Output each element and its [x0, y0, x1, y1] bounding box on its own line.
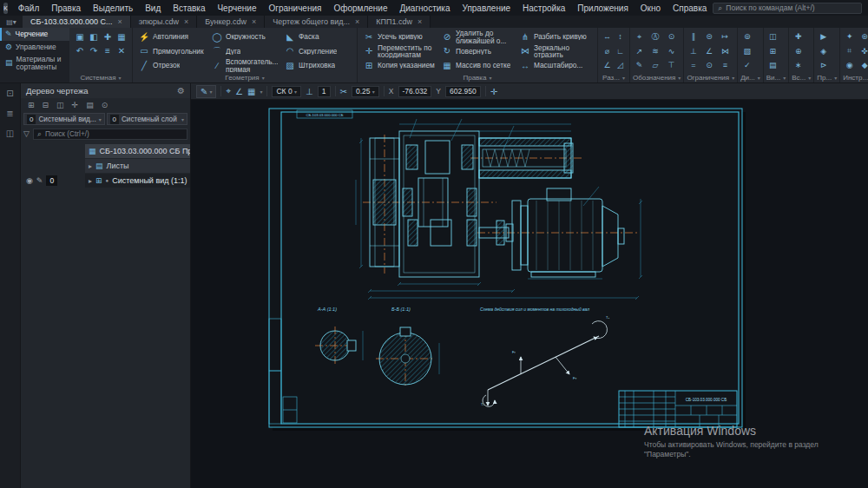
tool-icon[interactable]: ✦	[843, 30, 856, 44]
tool-icon[interactable]: ◆	[858, 58, 868, 73]
ribbon-group-label[interactable]: Ви...▾	[766, 73, 786, 83]
tab-close-icon[interactable]: ×	[184, 18, 188, 26]
menu-item[interactable]: Приложения	[571, 2, 635, 15]
panel-toggle-icon[interactable]: ⊡	[6, 89, 13, 98]
menu-item[interactable]: Управление	[456, 2, 516, 15]
tree-search-input[interactable]: ⌕ Поиск (Ctrl+/)	[33, 129, 187, 140]
tool-icon[interactable]: ✜	[858, 44, 868, 59]
ribbon-group-label[interactable]: Раз...▾	[601, 73, 627, 83]
tool-icon[interactable]: ✚	[101, 30, 115, 43]
ribbon-button[interactable]: ◠ Скругление	[282, 44, 353, 59]
ribbon-button[interactable]: ▭ Прямоугольник	[136, 44, 207, 59]
menu-item[interactable]: Справка	[667, 2, 713, 15]
tool-icon[interactable]: ▤	[766, 58, 779, 73]
rounding-dropdown[interactable]: 0.25 ▾	[352, 86, 379, 97]
ortho-icon[interactable]: ⊥	[306, 87, 313, 96]
tool-icon[interactable]: Ⓐ	[648, 30, 661, 44]
tool-icon[interactable]: ∗	[792, 58, 805, 73]
trim-icon[interactable]: ✂	[340, 87, 347, 96]
ribbon-button[interactable]: ⋔ Разбить кривую	[517, 30, 594, 44]
menu-item[interactable]: Диагностика	[394, 2, 457, 15]
ribbon-button[interactable]: ◯ Окружность	[209, 30, 280, 44]
tool-icon[interactable]: ◧	[87, 30, 101, 43]
ribbon-button[interactable]: ▨ Штриховка	[282, 58, 353, 73]
menu-item[interactable]: Вставка	[167, 2, 211, 15]
ribbon-side-tab[interactable]: ▤ Материалы и сортаменты	[0, 54, 69, 73]
ribbon-group-label[interactable]: Системная▾	[73, 72, 128, 82]
tool-icon[interactable]: ◫	[766, 30, 779, 44]
ribbon-button[interactable]: ◣ Фаска	[282, 30, 353, 44]
ribbon-group-label[interactable]: Ди...▾	[740, 73, 760, 83]
tool-icon[interactable]: ⊙	[703, 58, 716, 73]
tool-icon[interactable]: ⌖	[633, 30, 646, 44]
tree-toolbar-icon[interactable]: ▤	[86, 101, 94, 109]
ribbon-button[interactable]: ⌒ Дуга	[209, 44, 280, 59]
menu-item[interactable]: Выделить	[87, 2, 139, 15]
tree-row-sheets[interactable]: ▸ ▤ Листы	[21, 159, 190, 173]
tool-icon[interactable]: ✓	[740, 58, 753, 73]
menu-item[interactable]: Вид	[139, 2, 167, 15]
tree-row-root[interactable]: ▦ СБ-103.03.000.000 СБ При...	[21, 144, 190, 158]
tool-icon[interactable]: ⊚	[740, 30, 753, 44]
filter-icon[interactable]: ▽	[23, 129, 30, 138]
tree-row-system-view[interactable]: ◉ ✎ 0 ▸ ⊞ ● Системный вид (1:1)	[21, 174, 190, 188]
tool-icon[interactable]: ⊥	[687, 44, 700, 59]
tool-icon[interactable]: ⊜	[703, 30, 716, 44]
document-tab[interactable]: КПП1.cdw ×	[368, 16, 431, 28]
ribbon-group-label[interactable]: Обозначения▾	[633, 73, 681, 83]
tool-icon[interactable]: ◿	[614, 58, 627, 73]
tool-icon[interactable]: ↕	[614, 30, 627, 44]
ribbon-button[interactable]: ∕ Вспомогатель... прямая	[209, 58, 280, 73]
tool-icon[interactable]: ∥	[687, 30, 700, 44]
ribbon-button[interactable]: ✂ Усечь кривую	[361, 30, 437, 44]
tool-icon[interactable]: ⌗	[843, 44, 856, 59]
tool-icon[interactable]: ✕	[115, 43, 128, 57]
ribbon-group-label[interactable]: Правка▾	[361, 73, 594, 83]
list-panel-icon[interactable]: ≣	[6, 109, 13, 118]
ribbon-button[interactable]: ⊞ Копия указанием	[361, 58, 437, 73]
tool-icon[interactable]: ⊳	[817, 58, 830, 73]
tool-icon[interactable]: ◉	[843, 58, 856, 73]
ribbon-button[interactable]: ↻ Повернуть	[439, 44, 516, 59]
command-search-input[interactable]: ⌕ Поиск по командам (Alt+/)	[713, 3, 862, 14]
ribbon-group-label[interactable]: Геометрия▾	[136, 73, 353, 83]
ribbon-group-label[interactable]: Ограничения▾	[687, 73, 734, 83]
tool-icon[interactable]: ▣	[73, 30, 87, 43]
tool-icon[interactable]: ≡	[101, 43, 115, 57]
tool-icon[interactable]: ⊕	[792, 44, 805, 59]
tool-icon[interactable]: ↷	[87, 43, 101, 57]
edit-pencil-icon[interactable]: ✎	[36, 176, 43, 185]
tool-icon[interactable]: =	[687, 58, 700, 73]
ribbon-button[interactable]: ⋈ Зеркально отразить	[517, 44, 594, 59]
menu-item[interactable]: Ограничения	[262, 2, 327, 15]
tool-icon[interactable]: ⊤	[665, 58, 678, 73]
crosshair-icon[interactable]: ✛	[490, 87, 497, 96]
tool-icon[interactable]: ✚	[792, 30, 805, 44]
current-layer-dropdown[interactable]: 0 Системный слой ▾	[107, 113, 188, 125]
gear-icon[interactable]: ⚙	[177, 86, 185, 96]
line-style-field[interactable]: 1	[318, 86, 331, 97]
style-pencil-button[interactable]: ✎ ▾	[196, 85, 216, 98]
tool-icon[interactable]: ◈	[817, 44, 830, 59]
ribbon-side-tab[interactable]: ✎ Черчение	[0, 28, 69, 41]
tool-icon[interactable]: ↶	[73, 43, 87, 57]
ribbon-side-tab[interactable]: ⚙ Управление	[0, 41, 69, 54]
tool-icon[interactable]: ⊙	[665, 30, 678, 44]
angle-snap-icon[interactable]: ∠	[235, 87, 243, 96]
menu-item[interactable]: Окно	[635, 2, 667, 15]
grid-icon[interactable]: ▦	[247, 87, 255, 96]
tool-icon[interactable]: ⊞	[766, 44, 779, 59]
tab-close-icon[interactable]: ×	[252, 18, 256, 26]
tree-toolbar-icon[interactable]: ✛	[72, 101, 79, 109]
x-coordinate-field[interactable]: -76.032	[398, 86, 432, 97]
visibility-eye-icon[interactable]: ◉	[26, 176, 33, 185]
app-logo[interactable]: К	[3, 3, 8, 14]
tab-close-icon[interactable]: ×	[418, 18, 422, 26]
tool-icon[interactable]: ▱	[648, 58, 661, 73]
coordinate-system-dropdown[interactable]: СК 0 ▾	[272, 86, 301, 97]
ribbon-button[interactable]: ▦ Массив по сетке	[439, 58, 516, 73]
tool-icon[interactable]: ↗	[633, 44, 646, 59]
tree-toolbar-icon[interactable]: ⊞	[28, 101, 35, 109]
tree-toolbar-icon[interactable]: ◫	[56, 101, 64, 109]
tool-icon[interactable]: ≡	[719, 58, 732, 73]
